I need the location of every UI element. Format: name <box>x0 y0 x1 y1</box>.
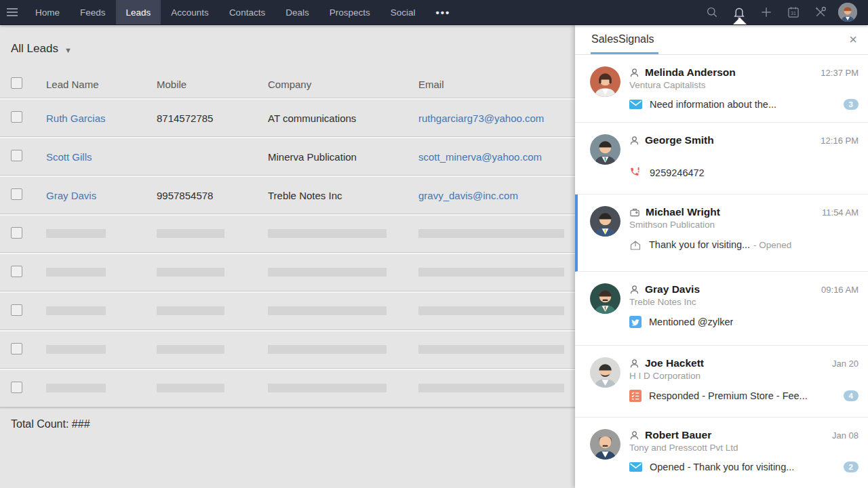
person-icon <box>629 68 639 78</box>
signals-panel-anchor-arrow <box>733 18 747 24</box>
nav-tab-leads[interactable]: Leads <box>116 0 161 24</box>
lead-mobile: 9957854578 <box>146 190 257 201</box>
nav-tabs: Home Feeds Leads Accounts Contacts Deals… <box>25 0 460 24</box>
avatar <box>590 357 620 388</box>
chevron-down-icon: ▼ <box>64 44 72 54</box>
panel-header: SalesSignals × <box>575 24 868 55</box>
leads-module: All Leads ▼ Lead Name Mobile Company Ema… <box>0 24 575 488</box>
count-badge: 3 <box>844 99 859 110</box>
count-badge: 4 <box>844 390 859 401</box>
row-checkbox[interactable] <box>11 343 22 354</box>
menu-icon[interactable] <box>0 0 25 24</box>
signal-message[interactable]: Need information about the... <box>650 99 776 110</box>
signal-company: H I D Corporation <box>629 371 860 384</box>
table-row[interactable]: Scott Gills Minerva Publication scott_mi… <box>0 137 575 176</box>
twitter-icon <box>629 316 642 328</box>
nav-more-icon[interactable]: ••• <box>425 0 460 24</box>
avatar <box>590 66 620 97</box>
signal-company: Smithson Publication <box>629 220 860 232</box>
signal-company: Ventura Capitalists <box>629 80 860 93</box>
row-checkbox[interactable] <box>11 304 22 316</box>
signal-time: Jan 20 <box>832 359 860 369</box>
nav-tab-prospects[interactable]: Prospects <box>319 0 380 24</box>
lead-mobile: 8714572785 <box>146 113 257 124</box>
count-badge: 2 <box>844 462 859 472</box>
signal-item[interactable]: Joe Hackett Jan 20 H I D Corporation Res… <box>575 346 868 418</box>
signal-time: 09:16 AM <box>821 285 860 295</box>
signal-message[interactable]: 9259246472 <box>650 167 705 178</box>
column-header-mobile[interactable]: Mobile <box>146 79 257 90</box>
column-header-company[interactable]: Company <box>257 79 408 90</box>
setup-icon[interactable] <box>807 5 834 19</box>
nav-tab-social[interactable]: Social <box>380 0 426 24</box>
signal-message[interactable]: Opened - Thank you for visiting... <box>650 462 794 472</box>
lead-name-link[interactable]: Scott Gills <box>35 151 146 163</box>
calendar-icon[interactable]: 31 <box>780 5 807 19</box>
lead-name-link[interactable]: Gray Davis <box>35 190 146 201</box>
nav-tab-home[interactable]: Home <box>25 0 70 24</box>
row-checkbox[interactable] <box>11 382 22 393</box>
close-icon[interactable]: × <box>849 33 857 46</box>
skeleton-row <box>0 369 575 407</box>
signal-item[interactable]: Melinda Anderson 12:37 PM Ventura Capita… <box>575 55 868 123</box>
lead-email-link[interactable]: gravy_davis@inc.com <box>408 190 575 201</box>
column-header-lead-name[interactable]: Lead Name <box>35 79 146 90</box>
lead-email-link[interactable]: scott_minerva@yahoo.com <box>408 151 575 163</box>
signal-name: Joe Hackett <box>645 357 704 369</box>
email-icon <box>629 100 642 109</box>
person-icon <box>629 359 639 369</box>
signal-company: Tony and Presscott Pvt Ltd <box>629 443 860 455</box>
table-body: Ruth Garcias 8714572785 AT communication… <box>0 98 575 407</box>
nav-utilities: 31 <box>698 0 868 24</box>
nav-tab-accounts[interactable]: Accounts <box>161 0 219 24</box>
signal-item-selected[interactable]: Michael Wright 11:54 AM Smithson Publica… <box>575 195 868 272</box>
lead-name-link[interactable]: Ruth Garcias <box>35 113 146 124</box>
briefcase-icon <box>629 207 640 218</box>
lead-company: Treble Notes Inc <box>257 190 408 201</box>
signal-company <box>629 148 860 161</box>
signal-message[interactable]: Mentioned @zylker <box>649 317 733 327</box>
person-icon <box>629 285 639 295</box>
total-count-label: Total Count: ### <box>0 407 575 441</box>
add-icon[interactable] <box>753 5 780 19</box>
signals-list: Melinda Anderson 12:37 PM Ventura Capita… <box>575 55 868 488</box>
nav-tab-feeds[interactable]: Feeds <box>70 0 116 24</box>
signal-item[interactable]: George Smith 12:16 PM 9259246472 <box>575 123 868 195</box>
view-selector[interactable]: All Leads ▼ <box>0 24 575 70</box>
skeleton-row <box>0 253 575 291</box>
signal-name: Melinda Anderson <box>645 66 736 79</box>
select-all-checkbox[interactable] <box>11 77 22 89</box>
signal-item[interactable]: Gray Davis 09:16 AM Treble Notes Inc Men… <box>575 272 868 346</box>
lead-email-link[interactable]: ruthgarciarg73@yahoo.com <box>408 113 575 124</box>
avatar <box>590 206 620 237</box>
signal-name: George Smith <box>645 134 714 146</box>
skeleton-row <box>0 291 575 330</box>
signal-time: 11:54 AM <box>822 207 860 218</box>
row-checkbox[interactable] <box>11 227 22 239</box>
email-icon <box>629 462 642 472</box>
signal-message[interactable]: Responded - Premium Store - Fee... <box>649 390 808 401</box>
column-header-email[interactable]: Email <box>408 79 575 90</box>
table-row[interactable]: Ruth Garcias 8714572785 AT communication… <box>0 98 575 137</box>
search-icon[interactable] <box>698 5 726 19</box>
person-icon <box>629 136 639 146</box>
lead-company: AT communications <box>257 113 408 124</box>
signal-status: - Opened <box>753 240 791 250</box>
signal-name: Michael Wright <box>646 206 720 218</box>
row-checkbox[interactable] <box>11 266 22 277</box>
row-checkbox[interactable] <box>11 111 22 123</box>
avatar <box>590 283 620 314</box>
avatar <box>590 134 620 165</box>
nav-tab-deals[interactable]: Deals <box>275 0 319 24</box>
row-checkbox[interactable] <box>11 188 22 200</box>
table-row[interactable]: Gray Davis 9957854578 Treble Notes Inc g… <box>0 176 575 214</box>
signal-item[interactable]: Robert Bauer Jan 08 Tony and Presscott P… <box>575 418 868 488</box>
signal-message[interactable]: Thank you for visiting... <box>649 239 750 250</box>
view-selector-label: All Leads <box>11 42 58 56</box>
nav-tab-contacts[interactable]: Contacts <box>219 0 275 24</box>
signal-name: Robert Bauer <box>645 429 711 441</box>
panel-title-tab[interactable]: SalesSignals <box>591 24 654 54</box>
row-checkbox[interactable] <box>11 150 22 161</box>
person-icon <box>629 430 639 441</box>
user-avatar[interactable] <box>838 3 857 22</box>
